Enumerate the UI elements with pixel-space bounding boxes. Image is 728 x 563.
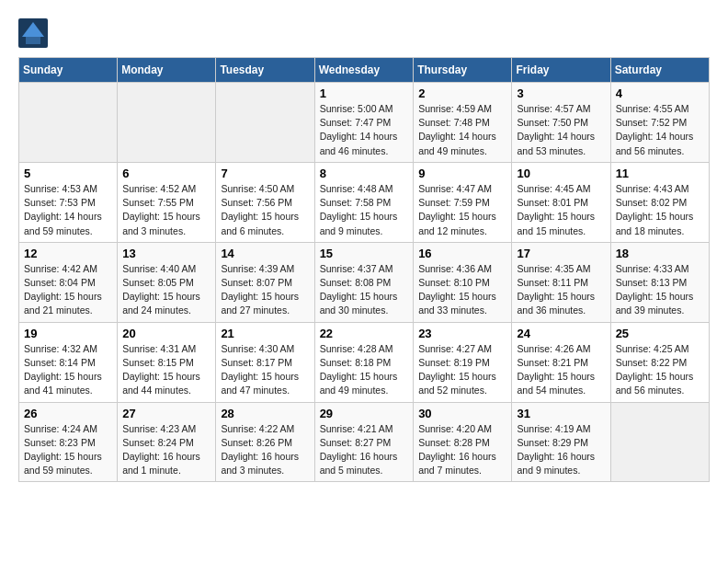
day-info: Sunrise: 4:32 AMSunset: 8:14 PMDaylight:… bbox=[24, 342, 112, 398]
day-info: Sunrise: 4:35 AMSunset: 8:11 PMDaylight:… bbox=[517, 262, 605, 318]
day-info: Sunrise: 4:37 AMSunset: 8:08 PMDaylight:… bbox=[320, 262, 409, 318]
page-header bbox=[18, 18, 710, 48]
calendar-cell: 13Sunrise: 4:40 AMSunset: 8:05 PMDayligh… bbox=[118, 242, 216, 322]
calendar-cell: 27Sunrise: 4:23 AMSunset: 8:24 PMDayligh… bbox=[118, 402, 216, 482]
day-number: 14 bbox=[221, 247, 309, 260]
weekday-header: Monday bbox=[118, 58, 216, 83]
day-info: Sunrise: 4:52 AMSunset: 7:55 PMDaylight:… bbox=[122, 182, 210, 238]
day-info: Sunrise: 4:25 AMSunset: 8:22 PMDaylight:… bbox=[616, 342, 704, 398]
calendar-cell: 7Sunrise: 4:50 AMSunset: 7:56 PMDaylight… bbox=[216, 162, 314, 242]
calendar-cell: 10Sunrise: 4:45 AMSunset: 8:01 PMDayligh… bbox=[512, 162, 610, 242]
day-number: 12 bbox=[24, 247, 112, 260]
day-number: 2 bbox=[418, 86, 506, 100]
calendar-week-row: 1Sunrise: 5:00 AMSunset: 7:47 PMDaylight… bbox=[19, 83, 710, 163]
day-number: 16 bbox=[418, 247, 506, 260]
calendar-cell: 2Sunrise: 4:59 AMSunset: 7:48 PMDaylight… bbox=[414, 83, 512, 163]
weekday-header: Saturday bbox=[610, 58, 709, 83]
day-number: 24 bbox=[517, 327, 605, 340]
day-info: Sunrise: 4:28 AMSunset: 8:18 PMDaylight:… bbox=[320, 342, 409, 398]
calendar-cell: 31Sunrise: 4:19 AMSunset: 8:29 PMDayligh… bbox=[512, 402, 610, 482]
day-number: 8 bbox=[320, 167, 409, 180]
calendar-cell: 17Sunrise: 4:35 AMSunset: 8:11 PMDayligh… bbox=[512, 242, 610, 322]
day-number: 3 bbox=[517, 86, 605, 100]
calendar-cell: 9Sunrise: 4:47 AMSunset: 7:59 PMDaylight… bbox=[414, 162, 512, 242]
weekday-header: Thursday bbox=[414, 58, 512, 83]
day-number: 21 bbox=[221, 327, 309, 340]
calendar-cell bbox=[19, 83, 118, 163]
calendar-cell: 19Sunrise: 4:32 AMSunset: 8:14 PMDayligh… bbox=[19, 322, 118, 402]
day-number: 28 bbox=[221, 407, 309, 420]
calendar-cell: 14Sunrise: 4:39 AMSunset: 8:07 PMDayligh… bbox=[216, 242, 314, 322]
day-info: Sunrise: 4:59 AMSunset: 7:48 PMDaylight:… bbox=[418, 102, 506, 158]
day-info: Sunrise: 4:24 AMSunset: 8:23 PMDaylight:… bbox=[24, 422, 112, 478]
calendar-week-row: 12Sunrise: 4:42 AMSunset: 8:04 PMDayligh… bbox=[19, 242, 710, 322]
calendar-cell: 23Sunrise: 4:27 AMSunset: 8:19 PMDayligh… bbox=[414, 322, 512, 402]
day-number: 22 bbox=[320, 327, 409, 340]
calendar-cell: 24Sunrise: 4:26 AMSunset: 8:21 PMDayligh… bbox=[512, 322, 610, 402]
calendar-cell: 28Sunrise: 4:22 AMSunset: 8:26 PMDayligh… bbox=[216, 402, 314, 482]
day-info: Sunrise: 4:23 AMSunset: 8:24 PMDaylight:… bbox=[122, 422, 210, 478]
day-number: 26 bbox=[24, 407, 112, 420]
calendar-cell bbox=[216, 83, 314, 163]
calendar-week-row: 5Sunrise: 4:53 AMSunset: 7:53 PMDaylight… bbox=[19, 162, 710, 242]
day-info: Sunrise: 5:00 AMSunset: 7:47 PMDaylight:… bbox=[320, 102, 409, 158]
day-number: 5 bbox=[24, 167, 112, 180]
day-number: 23 bbox=[418, 327, 506, 340]
calendar-cell: 4Sunrise: 4:55 AMSunset: 7:52 PMDaylight… bbox=[610, 83, 709, 163]
calendar-cell: 12Sunrise: 4:42 AMSunset: 8:04 PMDayligh… bbox=[19, 242, 118, 322]
day-number: 18 bbox=[616, 247, 704, 260]
day-info: Sunrise: 4:21 AMSunset: 8:27 PMDaylight:… bbox=[320, 422, 409, 478]
calendar-cell: 18Sunrise: 4:33 AMSunset: 8:13 PMDayligh… bbox=[610, 242, 709, 322]
weekday-header: Sunday bbox=[19, 58, 118, 83]
day-number: 11 bbox=[616, 167, 704, 180]
day-number: 7 bbox=[221, 167, 309, 180]
calendar-cell bbox=[610, 402, 709, 482]
day-number: 10 bbox=[517, 167, 605, 180]
day-info: Sunrise: 4:20 AMSunset: 8:28 PMDaylight:… bbox=[418, 422, 506, 478]
calendar-cell: 26Sunrise: 4:24 AMSunset: 8:23 PMDayligh… bbox=[19, 402, 118, 482]
calendar-cell: 5Sunrise: 4:53 AMSunset: 7:53 PMDaylight… bbox=[19, 162, 118, 242]
day-info: Sunrise: 4:45 AMSunset: 8:01 PMDaylight:… bbox=[517, 182, 605, 238]
day-number: 6 bbox=[122, 167, 210, 180]
day-info: Sunrise: 4:36 AMSunset: 8:10 PMDaylight:… bbox=[418, 262, 506, 318]
calendar-week-row: 26Sunrise: 4:24 AMSunset: 8:23 PMDayligh… bbox=[19, 402, 710, 482]
calendar-cell: 25Sunrise: 4:25 AMSunset: 8:22 PMDayligh… bbox=[610, 322, 709, 402]
day-info: Sunrise: 4:31 AMSunset: 8:15 PMDaylight:… bbox=[122, 342, 210, 398]
calendar-cell: 29Sunrise: 4:21 AMSunset: 8:27 PMDayligh… bbox=[314, 402, 414, 482]
day-info: Sunrise: 4:39 AMSunset: 8:07 PMDaylight:… bbox=[221, 262, 309, 318]
weekday-header: Tuesday bbox=[216, 58, 314, 83]
calendar-cell: 8Sunrise: 4:48 AMSunset: 7:58 PMDaylight… bbox=[314, 162, 414, 242]
calendar-cell: 16Sunrise: 4:36 AMSunset: 8:10 PMDayligh… bbox=[414, 242, 512, 322]
day-number: 19 bbox=[24, 327, 112, 340]
day-info: Sunrise: 4:30 AMSunset: 8:17 PMDaylight:… bbox=[221, 342, 309, 398]
day-info: Sunrise: 4:43 AMSunset: 8:02 PMDaylight:… bbox=[616, 182, 704, 238]
calendar-cell bbox=[118, 83, 216, 163]
calendar-cell: 22Sunrise: 4:28 AMSunset: 8:18 PMDayligh… bbox=[314, 322, 414, 402]
day-info: Sunrise: 4:50 AMSunset: 7:56 PMDaylight:… bbox=[221, 182, 309, 238]
calendar-cell: 1Sunrise: 5:00 AMSunset: 7:47 PMDaylight… bbox=[314, 83, 414, 163]
calendar-cell: 20Sunrise: 4:31 AMSunset: 8:15 PMDayligh… bbox=[118, 322, 216, 402]
calendar-cell: 15Sunrise: 4:37 AMSunset: 8:08 PMDayligh… bbox=[314, 242, 414, 322]
day-number: 27 bbox=[122, 407, 210, 420]
day-info: Sunrise: 4:48 AMSunset: 7:58 PMDaylight:… bbox=[320, 182, 409, 238]
day-info: Sunrise: 4:19 AMSunset: 8:29 PMDaylight:… bbox=[517, 422, 605, 478]
day-number: 13 bbox=[122, 247, 210, 260]
calendar-cell: 30Sunrise: 4:20 AMSunset: 8:28 PMDayligh… bbox=[414, 402, 512, 482]
day-info: Sunrise: 4:42 AMSunset: 8:04 PMDaylight:… bbox=[24, 262, 112, 318]
day-number: 1 bbox=[320, 86, 409, 100]
day-info: Sunrise: 4:27 AMSunset: 8:19 PMDaylight:… bbox=[418, 342, 506, 398]
logo-icon bbox=[18, 18, 48, 48]
day-number: 20 bbox=[122, 327, 210, 340]
calendar-cell: 21Sunrise: 4:30 AMSunset: 8:17 PMDayligh… bbox=[216, 322, 314, 402]
calendar-table: SundayMondayTuesdayWednesdayThursdayFrid… bbox=[18, 57, 710, 482]
day-info: Sunrise: 4:55 AMSunset: 7:52 PMDaylight:… bbox=[616, 102, 704, 158]
calendar-cell: 3Sunrise: 4:57 AMSunset: 7:50 PMDaylight… bbox=[512, 83, 610, 163]
day-number: 4 bbox=[616, 86, 704, 100]
logo bbox=[18, 18, 51, 48]
day-number: 31 bbox=[517, 407, 605, 420]
day-info: Sunrise: 4:26 AMSunset: 8:21 PMDaylight:… bbox=[517, 342, 605, 398]
day-info: Sunrise: 4:22 AMSunset: 8:26 PMDaylight:… bbox=[221, 422, 309, 478]
day-number: 30 bbox=[418, 407, 506, 420]
day-number: 29 bbox=[320, 407, 409, 420]
day-number: 9 bbox=[418, 167, 506, 180]
